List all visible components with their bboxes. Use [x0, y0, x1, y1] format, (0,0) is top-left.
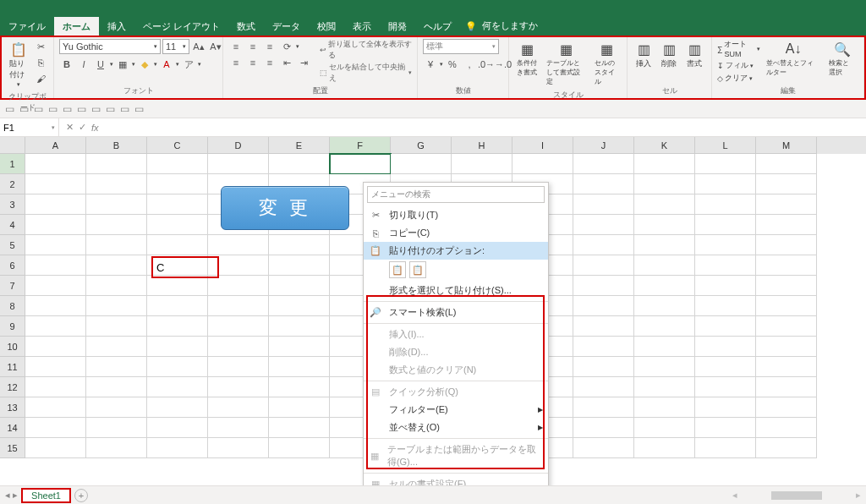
cell-C5[interactable] [147, 235, 208, 255]
qat-item[interactable]: ▭ [120, 103, 129, 115]
cell-A13[interactable] [25, 397, 86, 418]
cell-M11[interactable] [756, 357, 817, 377]
cell-C2[interactable] [147, 174, 208, 194]
cell-styles-button[interactable]: ▦セルのスタイル [592, 39, 622, 88]
fx-icon[interactable]: fx [91, 123, 99, 133]
cell-A4[interactable] [25, 215, 86, 235]
cell-D15[interactable] [208, 438, 269, 458]
ctx-copy[interactable]: ⎘コピー(C) [364, 224, 548, 242]
cell-B9[interactable] [86, 316, 147, 337]
qat-item[interactable]: ▭ [48, 103, 58, 115]
tab-developer[interactable]: 開発 [380, 17, 415, 36]
column-header-I[interactable]: I [512, 137, 573, 154]
horizontal-scrollbar[interactable] [771, 491, 822, 500]
indent-inc-icon[interactable]: ⇥ [296, 55, 311, 70]
cell-B3[interactable] [86, 194, 147, 215]
phonetic-icon[interactable]: ア [181, 57, 196, 72]
sort-filter-button[interactable]: A↓並べ替えとフィルター [764, 39, 823, 79]
paste-option-2[interactable]: 📋 [409, 261, 426, 278]
cell-M7[interactable] [756, 276, 817, 296]
select-all-corner[interactable] [0, 137, 25, 154]
cell-J13[interactable] [573, 397, 634, 418]
cell-K13[interactable] [634, 397, 695, 418]
cell-M10[interactable] [756, 337, 817, 357]
cell-E5[interactable] [269, 235, 330, 255]
currency-icon[interactable]: ¥ [423, 57, 438, 72]
column-header-C[interactable]: C [147, 137, 208, 154]
cell-A15[interactable] [25, 438, 86, 458]
decrease-font-icon[interactable]: A▾ [208, 39, 223, 54]
fill-color-icon[interactable]: ◆ [137, 57, 152, 72]
column-header-A[interactable]: A [25, 137, 86, 154]
cell-M13[interactable] [756, 397, 817, 418]
cancel-icon[interactable]: ✕ [66, 122, 74, 133]
cell-A11[interactable] [25, 357, 86, 377]
cell-K5[interactable] [634, 235, 695, 255]
row-header-11[interactable]: 11 [0, 357, 25, 377]
cell-E14[interactable] [269, 418, 330, 438]
cell-A8[interactable] [25, 296, 86, 316]
cell-B5[interactable] [86, 235, 147, 255]
cell-E9[interactable] [269, 316, 330, 337]
cell-C15[interactable] [147, 438, 208, 458]
sheet-tab-1[interactable]: Sheet1 [21, 488, 71, 503]
cell-D12[interactable] [208, 377, 269, 397]
cell-C11[interactable] [147, 357, 208, 377]
cell-B2[interactable] [86, 174, 147, 194]
cell-K3[interactable] [634, 194, 695, 215]
cell-J8[interactable] [573, 296, 634, 316]
conditional-format-button[interactable]: ▦条件付き書式 [514, 39, 540, 79]
cell-L12[interactable] [695, 377, 756, 397]
align-middle-icon[interactable]: ≡ [245, 39, 260, 54]
align-top-icon[interactable]: ≡ [228, 39, 244, 54]
cell-K9[interactable] [634, 316, 695, 337]
row-header-4[interactable]: 4 [0, 215, 25, 235]
cell-M8[interactable] [756, 296, 817, 316]
cell-J7[interactable] [573, 276, 634, 296]
column-header-L[interactable]: L [695, 137, 756, 154]
cell-D1[interactable] [208, 154, 269, 174]
row-header-2[interactable]: 2 [0, 174, 25, 194]
cell-A10[interactable] [25, 337, 86, 357]
cell-J11[interactable] [573, 357, 634, 377]
cell-A2[interactable] [25, 174, 86, 194]
column-header-K[interactable]: K [634, 137, 695, 154]
cell-M4[interactable] [756, 215, 817, 235]
cell-L10[interactable] [695, 337, 756, 357]
cell-G1[interactable] [391, 154, 452, 174]
cell-C12[interactable] [147, 377, 208, 397]
cell-L8[interactable] [695, 296, 756, 316]
format-painter-icon[interactable]: 🖌 [33, 71, 48, 86]
cell-J15[interactable] [573, 438, 634, 458]
qat-item[interactable]: ▭ [19, 103, 29, 115]
cell-M1[interactable] [756, 154, 817, 174]
cell-J10[interactable] [573, 337, 634, 357]
border-icon[interactable]: ▦ [115, 57, 130, 72]
cell-E13[interactable] [269, 397, 330, 418]
italic-button[interactable]: I [76, 57, 91, 72]
cell-E12[interactable] [269, 377, 330, 397]
cut-icon[interactable]: ✂ [33, 39, 48, 54]
qat-item[interactable]: ▭ [5, 103, 14, 115]
bold-button[interactable]: B [59, 57, 74, 72]
sheet-nav[interactable]: ◂ ▸ [5, 490, 18, 501]
column-header-F[interactable]: F [330, 137, 391, 154]
cell-L13[interactable] [695, 397, 756, 418]
cell-A6[interactable] [25, 255, 86, 276]
column-header-G[interactable]: G [391, 137, 452, 154]
cell-M6[interactable] [756, 255, 817, 276]
cell-A9[interactable] [25, 316, 86, 337]
cell-C14[interactable] [147, 418, 208, 438]
cell-L4[interactable] [695, 215, 756, 235]
cell-J9[interactable] [573, 316, 634, 337]
cell-E7[interactable] [269, 276, 330, 296]
cell-A1[interactable] [25, 154, 86, 174]
cell-K14[interactable] [634, 418, 695, 438]
cell-K2[interactable] [634, 174, 695, 194]
cell-M2[interactable] [756, 174, 817, 194]
cell-B7[interactable] [86, 276, 147, 296]
row-header-14[interactable]: 14 [0, 418, 25, 438]
ctx-sort[interactable]: 並べ替え(O) [364, 419, 548, 436]
cell-B1[interactable] [86, 154, 147, 174]
qat-item[interactable]: ▭ [34, 103, 43, 115]
